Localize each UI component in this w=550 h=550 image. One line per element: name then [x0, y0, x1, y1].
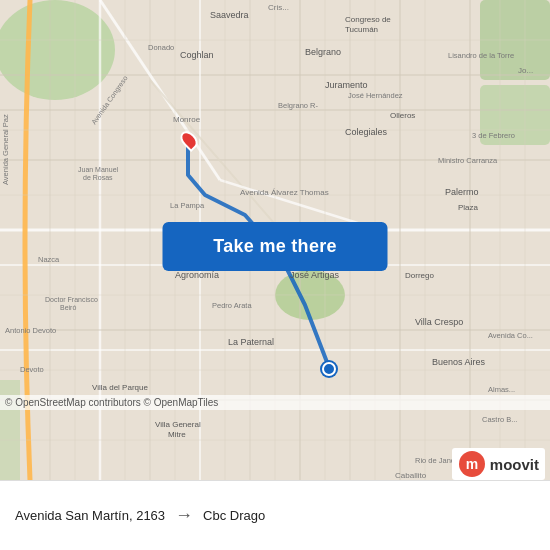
svg-text:Antonio Devoto: Antonio Devoto	[5, 326, 56, 335]
svg-text:Villa General: Villa General	[155, 420, 201, 429]
svg-text:Almas...: Almas...	[488, 385, 515, 394]
svg-text:3 de Febrero: 3 de Febrero	[472, 131, 515, 140]
route-info: Avenida San Martín, 2163 → Cbc Drago m m…	[15, 505, 535, 526]
svg-text:Tucumán: Tucumán	[345, 25, 378, 34]
moovit-logo: m moovit	[452, 448, 545, 480]
route-from: Avenida San Martín, 2163	[15, 508, 165, 523]
take-me-there-button[interactable]: Take me there	[163, 222, 388, 271]
svg-text:Colegiales: Colegiales	[345, 127, 388, 137]
svg-text:Olleros: Olleros	[390, 111, 415, 120]
map-attribution: © OpenStreetMap contributors © OpenMapTi…	[0, 395, 550, 410]
svg-text:Castro B...: Castro B...	[482, 415, 517, 424]
svg-text:José Artigas: José Artigas	[290, 270, 340, 280]
arrow-right-icon: →	[175, 505, 193, 526]
svg-text:Monroe: Monroe	[173, 115, 201, 124]
svg-text:La Pampa: La Pampa	[170, 201, 205, 210]
svg-text:Beiró: Beiró	[60, 304, 76, 311]
origin-pin	[322, 362, 336, 376]
svg-text:Donado: Donado	[148, 43, 174, 52]
svg-text:Dorrego: Dorrego	[405, 271, 434, 280]
svg-text:Belgrano R-: Belgrano R-	[278, 101, 319, 110]
svg-text:m: m	[466, 456, 478, 472]
svg-text:Nazca: Nazca	[38, 255, 60, 264]
svg-text:Cris...: Cris...	[268, 3, 289, 12]
svg-text:Belgrano: Belgrano	[305, 47, 341, 57]
svg-text:Devoto: Devoto	[20, 365, 44, 374]
svg-text:Caballito: Caballito	[395, 471, 427, 480]
svg-text:Palermo: Palermo	[445, 187, 479, 197]
svg-text:José Hernández: José Hernández	[348, 91, 403, 100]
svg-text:Congreso de: Congreso de	[345, 15, 391, 24]
svg-text:Agronomía: Agronomía	[175, 270, 219, 280]
route-to: Cbc Drago	[203, 508, 265, 523]
svg-text:Coghlan: Coghlan	[180, 50, 214, 60]
svg-text:Avenida Co...: Avenida Co...	[488, 331, 533, 340]
svg-text:Lisandro de la Torre: Lisandro de la Torre	[448, 51, 514, 60]
svg-text:Avenida General Paz: Avenida General Paz	[1, 114, 10, 185]
svg-text:Ministro Carranza: Ministro Carranza	[438, 156, 498, 165]
destination-pin	[182, 130, 196, 150]
svg-text:Juramento: Juramento	[325, 80, 368, 90]
svg-text:La Paternal: La Paternal	[228, 337, 274, 347]
svg-text:Doctor Francisco: Doctor Francisco	[45, 296, 98, 303]
svg-text:Avenida Álvarez Thomas: Avenida Álvarez Thomas	[240, 188, 329, 197]
svg-text:Mitre: Mitre	[168, 430, 186, 439]
svg-text:Villa Crespo: Villa Crespo	[415, 317, 463, 327]
bottom-bar: Avenida San Martín, 2163 → Cbc Drago m m…	[0, 480, 550, 550]
svg-point-1	[0, 0, 115, 100]
map-container: Saavedra Coghlan Belgrano Congreso de Tu…	[0, 0, 550, 480]
svg-text:Buenos Aires: Buenos Aires	[432, 357, 486, 367]
svg-text:Plaza: Plaza	[458, 203, 479, 212]
svg-text:Juan Manuel: Juan Manuel	[78, 166, 119, 173]
svg-text:de Rosas: de Rosas	[83, 174, 113, 181]
svg-text:Jo...: Jo...	[518, 66, 533, 75]
svg-text:Saavedra: Saavedra	[210, 10, 249, 20]
svg-text:Villa del Parque: Villa del Parque	[92, 383, 148, 392]
svg-text:Pedro Arata: Pedro Arata	[212, 301, 252, 310]
